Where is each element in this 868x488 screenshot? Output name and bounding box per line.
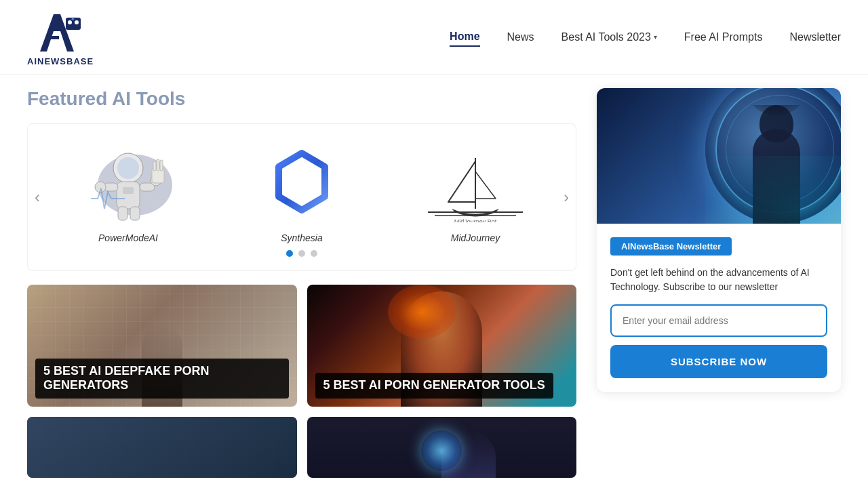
carousel-dot-1[interactable] <box>286 250 293 257</box>
svg-rect-20 <box>160 160 163 171</box>
left-column: Featured AI Tools ‹ <box>27 88 576 478</box>
svg-text:MidJourney Bot: MidJourney Bot <box>454 218 497 222</box>
powermode-image <box>71 138 186 226</box>
article-card-4[interactable] <box>307 417 577 478</box>
midjourney-svg: MidJourney Bot <box>421 141 530 222</box>
svg-rect-1 <box>48 36 59 39</box>
carousel-next-button[interactable]: › <box>560 184 572 210</box>
article-card-3[interactable] <box>27 417 297 478</box>
nav-home[interactable]: Home <box>450 28 479 47</box>
svg-rect-16 <box>123 187 134 194</box>
midjourney-label: MidJourney <box>451 232 500 243</box>
logo[interactable]: ✦ AINEWSBASE <box>27 7 94 66</box>
powermode-label: PowerModeAI <box>98 232 158 243</box>
main-nav: Home News Best AI Tools 2023 ▾ Free AI P… <box>450 28 841 47</box>
featured-title: Featured AI Tools <box>27 88 576 110</box>
carousel-items: PowerModeAI <box>41 138 562 243</box>
synthesia-svg <box>268 148 336 216</box>
article-card-porn-generator[interactable]: 5 BEST AI PORN GENERATOR TOOLS <box>307 285 577 407</box>
logo-icon: ✦ <box>33 7 87 55</box>
svg-rect-19 <box>157 159 159 171</box>
newsletter-card: AINewsBase Newsletter Don't get left beh… <box>597 88 841 392</box>
newsletter-body: AINewsBase Newsletter Don't get left beh… <box>597 224 841 392</box>
carousel-item-midjourney[interactable]: MidJourney Bot MidJourney <box>408 138 543 243</box>
synthesia-label: Synthesia <box>281 232 322 243</box>
logo-text: AINEWSBASE <box>27 56 94 66</box>
midjourney-image: MidJourney Bot <box>418 138 533 226</box>
article-overlay-deepfake: 5 BEST AI DEEPFAKE PORN GENERATORS <box>27 350 297 407</box>
powermode-svg <box>71 138 186 226</box>
carousel-prev-button[interactable]: ‹ <box>31 184 43 210</box>
newsletter-badge: AINewsBase Newsletter <box>610 237 732 256</box>
nav-news[interactable]: News <box>507 28 534 46</box>
carousel-dot-2[interactable] <box>298 250 305 257</box>
article-title-porn-generator: 5 BEST AI PORN GENERATOR TOOLS <box>315 373 553 399</box>
main-content: Featured AI Tools ‹ <box>0 75 868 488</box>
carousel-item-powermode[interactable]: PowerModeAI <box>60 138 196 243</box>
newsletter-subscribe-button[interactable]: SUBSCRIBE NOW <box>610 345 827 378</box>
newsletter-email-input[interactable] <box>610 304 827 337</box>
article-card-deepfake[interactable]: 5 BEST AI DEEPFAKE PORN GENERATORS <box>27 285 297 407</box>
nav-free-ai-prompts[interactable]: Free AI Prompts <box>684 28 763 46</box>
svg-text:✦: ✦ <box>71 16 75 22</box>
nav-newsletter[interactable]: Newsletter <box>789 28 841 46</box>
carousel-item-synthesia[interactable]: Synthesia <box>234 138 370 243</box>
svg-rect-15 <box>130 207 140 220</box>
svg-rect-9 <box>117 182 140 209</box>
header: ✦ AINEWSBASE Home News Best AI Tools 202… <box>0 0 868 75</box>
newsletter-banner <box>597 88 841 224</box>
featured-carousel: ‹ <box>27 123 576 271</box>
article-overlay-porn-generator: 5 BEST AI PORN GENERATOR TOOLS <box>307 365 577 407</box>
newsletter-description: Don't get left behind on the advancement… <box>610 266 827 294</box>
carousel-dot-3[interactable] <box>311 250 317 257</box>
nav-best-ai-tools[interactable]: Best AI Tools 2023 ▾ <box>561 28 657 46</box>
svg-rect-14 <box>118 207 127 220</box>
article-grid: 5 BEST AI DEEPFAKE PORN GENERATORS 5 BES… <box>27 285 576 478</box>
carousel-dots <box>41 250 562 257</box>
synthesia-image <box>244 138 359 226</box>
svg-rect-18 <box>153 161 156 171</box>
article-title-deepfake: 5 BEST AI DEEPFAKE PORN GENERATORS <box>35 359 289 399</box>
chevron-down-icon: ▾ <box>654 33 657 41</box>
svg-point-8 <box>117 157 139 179</box>
right-column: AINewsBase Newsletter Don't get left beh… <box>597 88 841 478</box>
